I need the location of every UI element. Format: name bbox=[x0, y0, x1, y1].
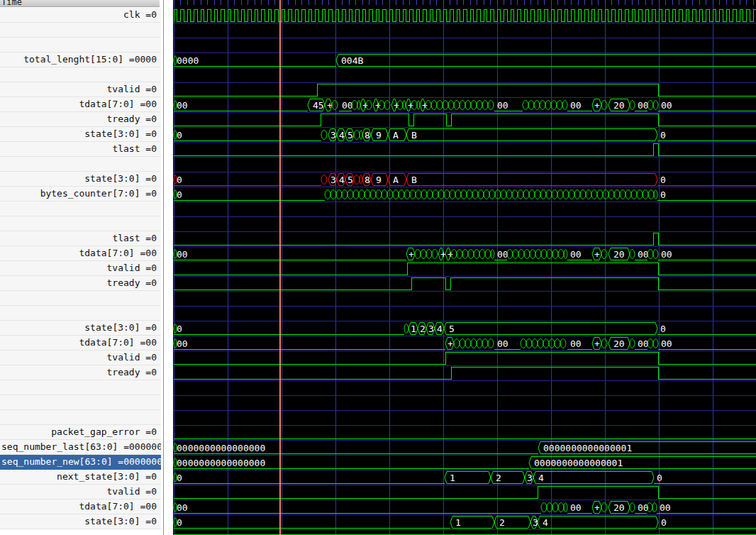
signal-row[interactable]: tdata[7:0] =00 bbox=[0, 336, 161, 351]
signal-label: tdata[7:0] =00 bbox=[79, 337, 157, 348]
svg-text:00: 00 bbox=[177, 338, 188, 349]
gtkwave-window: Time clk =0total_lenght[15:0] =0000tvali… bbox=[0, 0, 756, 535]
signal-label: tvalid =0 bbox=[107, 352, 157, 363]
svg-text:45: 45 bbox=[313, 100, 324, 111]
signal-row-empty[interactable] bbox=[0, 306, 161, 321]
signal-row[interactable]: tlast =0 bbox=[0, 231, 161, 246]
signal-label: state[3:0] =0 bbox=[84, 128, 157, 139]
signal-label: total_lenght[15:0] =0000 bbox=[23, 54, 157, 65]
signal-row-empty[interactable] bbox=[0, 67, 161, 82]
svg-text:00: 00 bbox=[177, 100, 188, 111]
svg-text:4: 4 bbox=[543, 517, 548, 528]
svg-text:0: 0 bbox=[660, 324, 666, 334]
signal-row[interactable]: tvalid =0 bbox=[0, 485, 161, 500]
svg-text:0000000000000000: 0000000000000000 bbox=[177, 458, 265, 468]
signal-row[interactable]: clk =0 bbox=[0, 8, 161, 23]
signal-label: next_state[3:0] =0 bbox=[57, 471, 157, 482]
svg-text:00: 00 bbox=[570, 100, 582, 111]
signal-row[interactable]: tvalid =0 bbox=[0, 351, 161, 365]
svg-text:0: 0 bbox=[177, 517, 182, 528]
signal-row[interactable]: tdata[7:0] =00 bbox=[0, 246, 161, 261]
signal-row-empty[interactable] bbox=[0, 157, 161, 172]
svg-text:4: 4 bbox=[437, 324, 443, 334]
svg-text:0: 0 bbox=[660, 175, 666, 185]
signal-label: tlast =0 bbox=[112, 143, 157, 154]
signal-row[interactable]: tready =0 bbox=[0, 365, 161, 380]
svg-text:00: 00 bbox=[661, 100, 672, 111]
svg-text:0000000000000001: 0000000000000001 bbox=[534, 458, 623, 468]
svg-text:2: 2 bbox=[496, 473, 501, 483]
signal-label: packet_gap_error =0 bbox=[51, 426, 157, 437]
signal-row[interactable]: state[3:0] =0 bbox=[0, 321, 161, 336]
svg-text:00: 00 bbox=[661, 338, 672, 349]
svg-text:A: A bbox=[393, 175, 399, 185]
signal-row-empty[interactable] bbox=[0, 216, 161, 231]
svg-text:3: 3 bbox=[330, 175, 336, 185]
signal-row[interactable]: tlast =0 bbox=[0, 142, 161, 157]
signal-row-empty[interactable] bbox=[0, 38, 161, 53]
signal-row-empty[interactable] bbox=[0, 410, 161, 425]
svg-text:+: + bbox=[448, 338, 453, 349]
signal-row[interactable]: state[3:0] =0 bbox=[0, 127, 161, 142]
svg-text:5: 5 bbox=[348, 130, 353, 140]
signal-row[interactable]: packet_gap_error =0 bbox=[0, 425, 161, 440]
signal-row[interactable]: next_state[3:0] =0 bbox=[0, 470, 161, 485]
signal-label: tvalid =0 bbox=[107, 486, 157, 497]
svg-text:00: 00 bbox=[570, 502, 582, 513]
signal-label: seq_number_new[63:0] =0000000000000000 bbox=[1, 456, 161, 467]
svg-text:00: 00 bbox=[497, 249, 508, 260]
signal-row[interactable]: tready =0 bbox=[0, 112, 161, 127]
signal-row-empty[interactable] bbox=[0, 23, 161, 38]
svg-text:00: 00 bbox=[570, 249, 582, 260]
signal-label: tvalid =0 bbox=[107, 84, 157, 94]
svg-text:B: B bbox=[411, 175, 417, 185]
time-column-header: Time bbox=[0, 0, 160, 7]
signal-row[interactable]: total_lenght[15:0] =0000 bbox=[0, 53, 161, 67]
svg-text:1: 1 bbox=[411, 324, 416, 334]
signal-label: tdata[7:0] =00 bbox=[79, 248, 157, 258]
signal-row-empty[interactable] bbox=[0, 202, 161, 216]
signal-row[interactable]: seq_number_new[63:0] =0000000000000000 bbox=[0, 455, 161, 470]
svg-text:00: 00 bbox=[177, 502, 188, 513]
svg-text:0000000000000000: 0000000000000000 bbox=[177, 443, 265, 453]
svg-text:+: + bbox=[594, 502, 600, 513]
svg-text:1: 1 bbox=[450, 473, 455, 483]
signal-row-empty[interactable] bbox=[0, 380, 161, 395]
waveform-canvas[interactable]: 0000004B0045+00+++++0000+200000034589AB0… bbox=[173, 0, 756, 535]
signal-row[interactable]: bytes_counter[7:0] =0 bbox=[0, 187, 161, 202]
svg-text:0: 0 bbox=[177, 175, 182, 185]
svg-text:004B: 004B bbox=[341, 55, 363, 66]
time-header-label: Time bbox=[1, 0, 22, 7]
svg-text:8: 8 bbox=[365, 175, 370, 185]
signal-label: state[3:0] =0 bbox=[84, 516, 157, 526]
svg-text:00: 00 bbox=[638, 100, 649, 111]
svg-text:20: 20 bbox=[613, 100, 625, 111]
signal-row[interactable]: state[3:0] =0 bbox=[0, 514, 161, 529]
svg-text:0: 0 bbox=[657, 473, 662, 483]
signal-label: tvalid =0 bbox=[107, 263, 157, 273]
signal-row[interactable]: tvalid =0 bbox=[0, 261, 161, 276]
svg-text:A: A bbox=[393, 130, 399, 140]
waveform-svg: 0000004B0045+00+++++0000+200000034589AB0… bbox=[173, 0, 756, 535]
svg-text:3: 3 bbox=[428, 324, 434, 334]
panel-splitter[interactable] bbox=[163, 0, 164, 535]
svg-text:2: 2 bbox=[499, 517, 505, 528]
signal-row-empty[interactable] bbox=[0, 291, 161, 306]
signal-label: clk =0 bbox=[123, 9, 157, 20]
signal-row-empty[interactable] bbox=[0, 395, 161, 410]
signal-row[interactable]: tdata[7:0] =00 bbox=[0, 97, 161, 112]
svg-text:0: 0 bbox=[177, 473, 182, 483]
svg-text:00: 00 bbox=[497, 100, 508, 111]
svg-text:00: 00 bbox=[638, 249, 649, 260]
signal-label: state[3:0] =0 bbox=[84, 322, 157, 333]
signal-row[interactable]: tready =0 bbox=[0, 276, 161, 291]
signal-row[interactable]: state[3:0] =0 bbox=[0, 172, 161, 187]
signal-row[interactable]: tvalid =0 bbox=[0, 82, 161, 97]
svg-text:0: 0 bbox=[177, 130, 182, 140]
signal-label: seq_number_last[63:0] =0000000000000000 bbox=[1, 441, 161, 452]
signal-row[interactable]: tdata[7:0] =00 bbox=[0, 500, 161, 514]
svg-text:20: 20 bbox=[613, 249, 625, 260]
svg-text:+: + bbox=[594, 338, 600, 349]
svg-text:3: 3 bbox=[330, 130, 336, 140]
signal-row[interactable]: seq_number_last[63:0] =0000000000000000 bbox=[0, 440, 161, 455]
